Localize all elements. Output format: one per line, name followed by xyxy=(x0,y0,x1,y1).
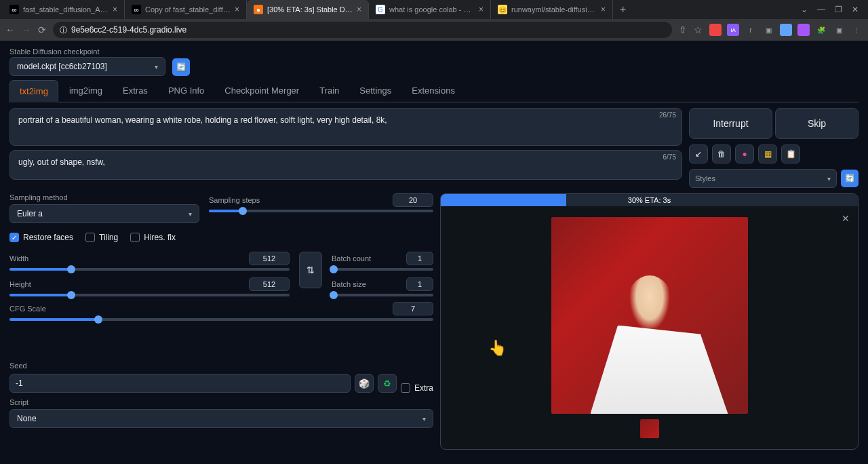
browser-nav-bar: ← → ⟳ ⓘ 9e5e6cc2-c519-4dc5.gradio.live ⇧… xyxy=(0,19,868,41)
refresh-styles-button[interactable]: 🔄 xyxy=(841,170,859,187)
height-input[interactable] xyxy=(249,277,290,291)
output-image-container: ✕ xyxy=(441,206,858,449)
neg-prompt-text: ugly, out of shape, nsfw, xyxy=(18,157,105,167)
close-icon[interactable]: × xyxy=(235,5,239,14)
tab-train[interactable]: Train xyxy=(310,80,349,102)
progress-bar: 30% ETA: 3s xyxy=(441,194,858,206)
chevron-down-icon: ▾ xyxy=(827,175,831,182)
url-text: 9e5e6cc2-c519-4dc5.gradio.live xyxy=(71,25,186,35)
close-preview-button[interactable]: ✕ xyxy=(842,213,850,224)
ext-icon[interactable]: ▣ xyxy=(762,24,774,36)
tab-extensions[interactable]: Extensions xyxy=(402,80,465,102)
menu-icon[interactable]: ⋮ xyxy=(850,24,863,36)
chevron-down-icon: ▾ xyxy=(189,210,192,218)
height-slider[interactable] xyxy=(9,294,290,296)
tab-pnginfo[interactable]: PNG Info xyxy=(159,80,214,102)
negative-prompt-input[interactable]: 6/75 ugly, out of shape, nsfw, xyxy=(9,150,682,180)
extensions-icon[interactable]: 🧩 xyxy=(815,24,827,36)
cfg-label: CFG Scale xyxy=(9,305,46,313)
batch-size-slider[interactable] xyxy=(332,294,433,296)
generated-image[interactable] xyxy=(551,217,748,414)
ext-icon[interactable]: r xyxy=(745,24,757,36)
tab-title: what is google colab - Google xyxy=(389,5,475,14)
close-icon[interactable]: × xyxy=(601,5,606,14)
sampling-method-select[interactable]: Euler a ▾ xyxy=(9,204,199,223)
url-bar[interactable]: ⓘ 9e5e6cc2-c519-4dc5.gradio.live xyxy=(53,22,672,38)
prompt-input[interactable]: 26/75 portrait of a beautiful woman, wea… xyxy=(9,108,682,146)
tab-checkpoint-merger[interactable]: Checkpoint Merger xyxy=(215,80,309,102)
width-input[interactable] xyxy=(249,252,290,265)
window-controls: ⌄ — ❐ ✕ xyxy=(794,5,865,14)
bookmark-icon[interactable]: ☆ xyxy=(694,24,703,35)
close-window-icon[interactable]: ✕ xyxy=(852,5,859,14)
maximize-icon[interactable]: ❐ xyxy=(835,5,842,14)
batch-count-input[interactable] xyxy=(406,252,433,265)
ext-icon[interactable]: IA xyxy=(727,24,739,36)
browser-tab[interactable]: G what is google colab - Google × xyxy=(369,0,491,19)
apply-style-button[interactable]: 📋 xyxy=(781,144,800,163)
ext-icon[interactable] xyxy=(709,24,722,36)
random-seed-button[interactable]: 🎲 xyxy=(355,374,374,393)
back-button[interactable]: ← xyxy=(5,24,15,35)
arrow-tool-button[interactable]: ↙ xyxy=(689,144,708,163)
cfg-slider[interactable] xyxy=(9,318,433,321)
seed-input[interactable] xyxy=(9,374,351,393)
browser-chrome: ∞ fast_stable_diffusion_AUTOMA × ∞ Copy … xyxy=(0,0,868,41)
swap-dimensions-button[interactable]: ⇅ xyxy=(299,252,322,288)
restore-faces-checkbox[interactable]: ✓ Restore faces xyxy=(9,233,73,242)
minimize-icon[interactable]: — xyxy=(817,5,825,14)
styles-select[interactable]: Styles ▾ xyxy=(689,169,837,188)
hires-fix-checkbox[interactable]: Hires. fix xyxy=(130,233,176,242)
width-slider[interactable] xyxy=(9,268,290,271)
clear-tool-button[interactable]: 🗑 xyxy=(712,144,731,163)
skip-button[interactable]: Skip xyxy=(775,108,859,139)
sampling-steps-input[interactable] xyxy=(393,193,433,207)
tab-txt2img[interactable]: txt2img xyxy=(9,80,58,102)
chevron-down-icon[interactable]: ⌄ xyxy=(801,5,808,14)
tab-settings[interactable]: Settings xyxy=(350,80,401,102)
tiling-checkbox[interactable]: Tiling xyxy=(85,233,118,242)
tab-img2img[interactable]: img2img xyxy=(60,80,112,102)
chevron-down-icon: ▾ xyxy=(422,415,426,423)
checkpoint-select[interactable]: model.ckpt [cc6cb27103] ▾ xyxy=(9,57,165,76)
refresh-checkpoint-button[interactable]: 🔄 xyxy=(172,58,190,76)
forward-button[interactable]: → xyxy=(22,24,31,35)
extension-icons: IA r ▣ 🧩 ▣ ⋮ xyxy=(709,24,863,36)
browser-tab[interactable]: ∞ fast_stable_diffusion_AUTOMA × xyxy=(3,0,125,19)
batch-count-slider[interactable] xyxy=(332,268,433,271)
side-panel-icon[interactable]: ▣ xyxy=(833,24,845,36)
browser-tab[interactable]: ∞ Copy of fast_stable_diffusion × xyxy=(125,0,247,19)
close-icon[interactable]: × xyxy=(113,5,117,14)
close-icon[interactable]: × xyxy=(357,5,361,14)
image-thumbnail[interactable] xyxy=(640,419,659,438)
ext-icon[interactable] xyxy=(780,24,792,36)
checkpoint-value: model.ckpt [cc6cb27103] xyxy=(17,62,107,71)
sampling-steps-label: Sampling steps xyxy=(209,196,260,204)
save-style-button[interactable]: ▦ xyxy=(758,144,777,163)
tab-extras[interactable]: Extras xyxy=(113,80,157,102)
tab-title: runwayml/stable-diffusion-v1 xyxy=(511,5,597,14)
reload-button[interactable]: ⟳ xyxy=(38,24,46,35)
ext-icon[interactable] xyxy=(797,24,810,36)
batch-size-label: Batch size xyxy=(332,280,366,288)
tab-favicon: ∞ xyxy=(9,5,19,14)
seed-label: Seed xyxy=(9,362,27,370)
tab-title: [30% ETA: 3s] Stable Diffusion xyxy=(267,5,353,14)
cfg-input[interactable] xyxy=(393,302,433,315)
styles-label: Styles xyxy=(695,174,715,182)
site-info-icon[interactable]: ⓘ xyxy=(60,25,67,35)
new-tab-button[interactable]: + xyxy=(613,3,633,16)
extra-seed-checkbox[interactable]: Extra xyxy=(401,383,433,393)
batch-size-input[interactable] xyxy=(406,277,433,291)
reuse-seed-button[interactable]: ♻ xyxy=(378,374,397,393)
sampling-steps-slider[interactable] xyxy=(209,210,433,212)
app-root: Stable Diffusion checkpoint model.ckpt [… xyxy=(0,41,868,464)
interrupt-button[interactable]: Interrupt xyxy=(689,108,772,139)
params-area: Sampling method Euler a ▾ Sampling steps xyxy=(9,193,859,450)
script-select[interactable]: None ▾ xyxy=(9,409,433,428)
browser-tab-active[interactable]: ● [30% ETA: 3s] Stable Diffusion × xyxy=(247,0,369,19)
style-tool-button[interactable]: ● xyxy=(735,144,754,163)
share-icon[interactable]: ⇧ xyxy=(679,24,687,35)
close-icon[interactable]: × xyxy=(479,5,484,14)
browser-tab[interactable]: 😊 runwayml/stable-diffusion-v1 × xyxy=(491,0,613,19)
